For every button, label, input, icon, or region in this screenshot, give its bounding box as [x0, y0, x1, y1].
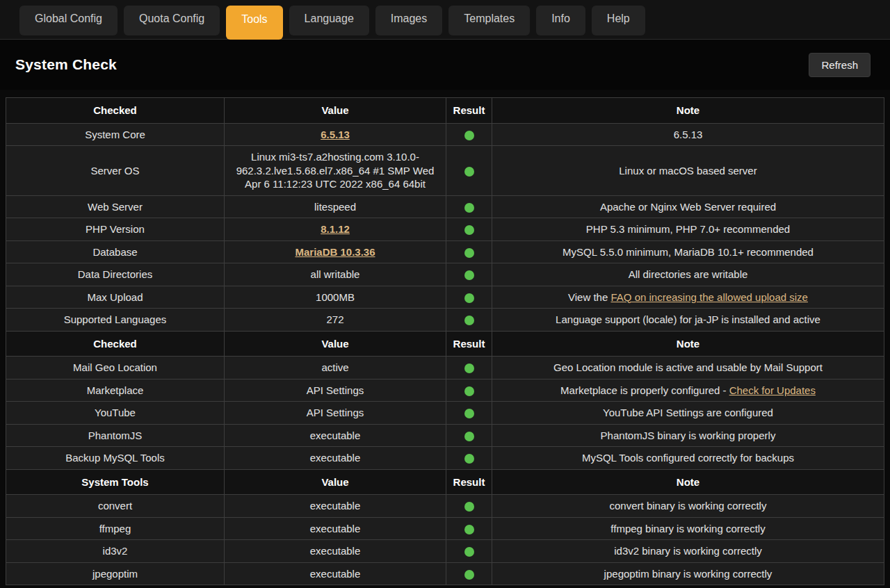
column-header-note: Note — [492, 98, 884, 124]
result-ok-icon — [464, 203, 474, 213]
checked-cell: Mail Geo Location — [6, 357, 225, 379]
value-cell: 6.5.13 — [225, 123, 446, 146]
note-cell: Language support (locale) for ja-JP is i… — [492, 309, 884, 332]
value-cell: active — [225, 357, 446, 379]
result-ok-icon — [464, 293, 474, 303]
value-cell: API Settings — [225, 402, 446, 425]
table-row: Web ServerlitespeedApache or Nginx Web S… — [6, 195, 884, 218]
result-ok-icon — [464, 525, 474, 534]
value-link[interactable]: MariaDB 10.3.36 — [295, 246, 375, 258]
value-link[interactable]: 6.5.13 — [321, 129, 350, 140]
value-cell: executable — [225, 517, 446, 540]
result-ok-icon — [464, 225, 474, 235]
note-cell: PHP 5.3 minimum, PHP 7.0+ recommended — [492, 218, 884, 241]
note-cell: MySQL 5.5.0 minimum, MariaDB 10.1+ recom… — [492, 240, 884, 263]
note-link[interactable]: Check for Updates — [729, 384, 816, 396]
result-cell — [446, 562, 492, 585]
note-cell: All directories are writable — [492, 263, 884, 286]
result-cell — [446, 195, 492, 218]
result-cell — [446, 286, 492, 309]
note-cell: Apache or Nginx Web Server required — [492, 195, 884, 218]
table-row: PhantomJSexecutablePhantomJS binary is w… — [6, 424, 884, 447]
column-header-system-tools: System Tools — [6, 469, 225, 495]
note-cell: PhantomJS binary is working properly — [492, 424, 884, 447]
checked-cell: System Core — [6, 123, 225, 146]
value-cell: executable — [225, 424, 446, 447]
result-ok-icon — [464, 131, 474, 140]
value-cell: 8.1.12 — [225, 218, 446, 241]
tab-tools[interactable]: Tools — [226, 6, 282, 40]
result-cell — [446, 447, 492, 470]
result-ok-icon — [464, 248, 474, 258]
note-cell: jpegoptim binary is working correctly — [492, 562, 884, 585]
table-row: PHP Version8.1.12PHP 5.3 minimum, PHP 7.… — [6, 218, 884, 241]
note-cell: 6.5.13 — [492, 123, 884, 146]
value-cell: MariaDB 10.3.36 — [225, 240, 446, 263]
note-cell: Geo Location module is active and usable… — [492, 357, 884, 379]
result-ok-icon — [464, 270, 474, 280]
table-row: Server OSLinux mi3-ts7.a2hosting.com 3.1… — [6, 146, 884, 196]
result-cell — [446, 495, 492, 518]
tab-quota-config[interactable]: Quota Config — [124, 6, 220, 35]
result-ok-icon — [464, 570, 474, 580]
value-link[interactable]: 8.1.12 — [321, 223, 350, 235]
page-title: System Check — [15, 56, 117, 73]
result-cell — [446, 218, 492, 241]
result-ok-icon — [464, 167, 474, 177]
checked-cell: Max Upload — [6, 286, 225, 309]
tab-images[interactable]: Images — [375, 6, 442, 35]
result-ok-icon — [464, 547, 474, 557]
result-cell — [446, 357, 492, 379]
result-cell — [446, 424, 492, 447]
checked-cell: Database — [6, 240, 225, 263]
note-cell: ffmpeg binary is working correctly — [492, 517, 884, 540]
result-cell — [446, 540, 492, 563]
table-row: Max Upload1000MBView the FAQ on increasi… — [6, 286, 884, 309]
column-header-value: Value — [225, 469, 446, 495]
note-cell: MySQL Tools configured correctly for bac… — [492, 447, 884, 470]
value-cell: 272 — [225, 309, 446, 332]
tab-global-config[interactable]: Global Config — [19, 6, 118, 35]
column-header-note: Note — [492, 469, 884, 495]
result-ok-icon — [464, 432, 474, 441]
table-row: System Core6.5.136.5.13 — [6, 123, 884, 146]
table-row: ffmpegexecutableffmpeg binary is working… — [6, 517, 884, 540]
column-header-value: Value — [225, 98, 446, 124]
column-header-checked: Checked — [6, 331, 225, 357]
checked-cell: ffmpeg — [6, 517, 225, 540]
tab-info[interactable]: Info — [536, 6, 585, 35]
tab-help[interactable]: Help — [592, 6, 645, 35]
tab-templates[interactable]: Templates — [448, 6, 530, 35]
note-cell: Marketplace is properly configured - Che… — [492, 379, 884, 402]
checked-cell: convert — [6, 495, 225, 518]
note-link[interactable]: FAQ on increasing the allowed upload siz… — [610, 291, 808, 303]
column-header-checked: Checked — [6, 98, 225, 124]
value-cell: Linux mi3-ts7.a2hosting.com 3.10.0-962.3… — [225, 146, 446, 196]
result-cell — [446, 309, 492, 332]
result-ok-icon — [464, 409, 474, 418]
checked-cell: Web Server — [6, 195, 225, 218]
table-row: Supported Languages272Language support (… — [6, 309, 884, 332]
system-check-table: CheckedValueResultNoteSystem Core6.5.136… — [6, 97, 884, 585]
table-header-row: CheckedValueResultNote — [6, 98, 884, 124]
checked-cell: PhantomJS — [6, 424, 225, 447]
result-ok-icon — [464, 454, 474, 464]
table-header-row: System ToolsValueResultNote — [6, 469, 884, 495]
table-row: Data Directoriesall writableAll director… — [6, 263, 884, 286]
value-cell: executable — [225, 495, 446, 518]
tab-language[interactable]: Language — [289, 6, 369, 35]
value-cell: executable — [225, 562, 446, 585]
table-row: DatabaseMariaDB 10.3.36MySQL 5.5.0 minim… — [6, 240, 884, 263]
table-row: id3v2executableid3v2 binary is working c… — [6, 540, 884, 563]
value-cell: executable — [225, 540, 446, 563]
checked-cell: jpegoptim — [6, 562, 225, 585]
checked-cell: Backup MySQL Tools — [6, 447, 225, 470]
checked-cell: PHP Version — [6, 218, 225, 241]
refresh-button[interactable]: Refresh — [809, 53, 871, 77]
column-header-value: Value — [225, 331, 446, 357]
note-cell: YouTube API Settings are configured — [492, 402, 884, 425]
note-cell: View the FAQ on increasing the allowed u… — [492, 286, 884, 309]
table-row: convertexecutableconvert binary is worki… — [6, 495, 884, 518]
result-cell — [446, 240, 492, 263]
checked-cell: id3v2 — [6, 540, 225, 563]
